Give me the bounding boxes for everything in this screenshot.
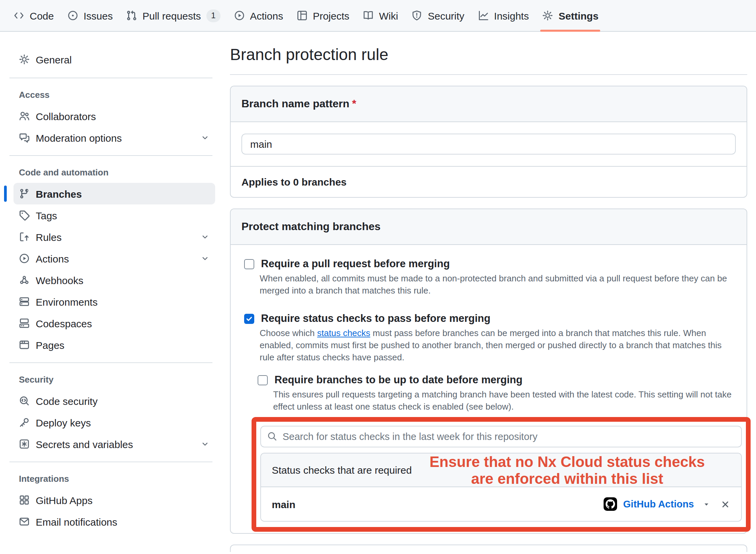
tab-actions[interactable]: Actions [227, 0, 290, 31]
status-check-row: main GitHub Actions [261, 487, 741, 521]
sidebar-item-secrets-variables[interactable]: Secrets and variables [13, 433, 215, 455]
apps-icon [19, 495, 30, 505]
sidebar-item-label: Actions [36, 253, 69, 264]
asterisk-box-icon [19, 439, 30, 449]
git-pull-request-icon [126, 10, 137, 21]
require-pull-request-checkbox[interactable] [244, 259, 254, 269]
git-branch-icon [19, 188, 30, 199]
branch-name-pattern-header: Branch name pattern* [231, 86, 747, 122]
sidebar-divider [9, 155, 212, 156]
repo-tab-bar: Code Issues Pull requests 1 Actions Proj… [0, 0, 756, 32]
check-icon [245, 315, 253, 323]
tab-wiki[interactable]: Wiki [356, 0, 405, 31]
github-mark-icon [606, 499, 615, 509]
tab-projects[interactable]: Projects [290, 0, 356, 31]
sidebar-item-pages[interactable]: Pages [13, 334, 215, 356]
require-up-to-date-checkbox[interactable] [258, 375, 268, 385]
remove-status-check-icon[interactable] [720, 499, 730, 509]
sidebar-item-code-security[interactable]: Code security [13, 390, 215, 412]
require-pull-request-label[interactable]: Require a pull request before merging [261, 257, 450, 271]
tab-pull-requests[interactable]: Pull requests 1 [119, 0, 227, 31]
people-icon [19, 111, 30, 121]
protect-matching-branches-header: Protect matching branches [231, 209, 747, 245]
shield-icon [412, 10, 423, 21]
tab-code[interactable]: Code [7, 0, 61, 31]
tab-label: Insights [494, 10, 529, 21]
required-status-checks-list: Status checks that are required Ensure t… [260, 453, 742, 522]
description-text: Choose which [260, 328, 317, 338]
sidebar-item-rules[interactable]: Rules [13, 226, 215, 248]
play-icon [234, 10, 244, 21]
tab-label: Issues [84, 10, 113, 21]
sidebar-item-general[interactable]: General [13, 48, 215, 71]
search-icon [267, 431, 277, 441]
status-checks-list-header: Status checks that are required Ensure t… [261, 453, 741, 487]
sidebar-item-webhooks[interactable]: Webhooks [13, 269, 215, 291]
sidebar-item-moderation-options[interactable]: Moderation options [13, 127, 215, 148]
tab-label: Actions [250, 10, 283, 21]
protect-card-body: Require a pull request before merging Wh… [231, 245, 747, 533]
require-pull-request-block: Require a pull request before merging Wh… [244, 257, 733, 297]
require-up-to-date-description: This ensures pull requests targeting a m… [273, 389, 733, 413]
sidebar-item-actions[interactable]: Actions [13, 248, 215, 269]
sidebar-section-code-automation: Code and automation [7, 163, 215, 183]
status-check-name: main [272, 498, 295, 510]
page-title: Branch protection rule [230, 45, 747, 64]
pull-requests-count-badge: 1 [206, 9, 220, 22]
branch-name-pattern-input[interactable] [241, 134, 736, 155]
tag-icon [19, 210, 30, 221]
caret-down-icon[interactable] [703, 500, 710, 508]
require-status-checks-checkbox[interactable] [244, 314, 254, 324]
branch-name-pattern-label: Branch name pattern [241, 98, 349, 109]
sidebar-item-label: Webhooks [36, 274, 83, 286]
sidebar-item-label: Code security [36, 395, 97, 407]
branch-name-input-section [231, 122, 747, 167]
tab-issues[interactable]: Issues [61, 0, 120, 31]
tab-label: Wiki [379, 10, 398, 21]
graph-icon [478, 10, 489, 21]
tab-label: Projects [313, 10, 349, 21]
require-status-checks-label[interactable]: Require status checks to pass before mer… [261, 312, 491, 325]
annotation-line-1: Ensure that no Nx Cloud status checks [403, 453, 732, 470]
github-actions-link[interactable]: GitHub Actions [623, 499, 694, 509]
sidebar-item-email-notifications[interactable]: Email notifications [13, 511, 215, 532]
sidebar-item-label: Moderation options [36, 132, 122, 143]
sidebar-item-label: Deploy keys [36, 417, 91, 428]
sidebar-item-github-apps[interactable]: GitHub Apps [13, 489, 215, 511]
gear-icon [19, 54, 30, 65]
sidebar-section-integrations: Integrations [7, 469, 215, 489]
chevron-down-icon [200, 133, 210, 142]
sidebar-item-codespaces[interactable]: Codespaces [13, 312, 215, 334]
annotation-text: Ensure that no Nx Cloud status checks ar… [403, 453, 732, 487]
code-scan-icon [19, 395, 30, 406]
tab-label: Pull requests [142, 10, 201, 21]
github-actions-avatar [604, 497, 617, 511]
sidebar-item-label: Secrets and variables [36, 438, 133, 450]
codespaces-icon [19, 318, 30, 329]
github-settings-page: Code Issues Pull requests 1 Actions Proj… [0, 0, 756, 554]
tab-security[interactable]: Security [405, 0, 471, 31]
chevron-down-icon [200, 439, 210, 449]
sidebar-item-label: Environments [36, 296, 97, 307]
sidebar-item-environments[interactable]: Environments [13, 291, 215, 312]
sidebar-item-deploy-keys[interactable]: Deploy keys [13, 412, 215, 433]
sidebar-section-security: Security [7, 370, 215, 390]
require-up-to-date-label[interactable]: Require branches to be up to date before… [274, 373, 523, 387]
book-icon [363, 10, 374, 21]
sidebar-item-collaborators[interactable]: Collaborators [13, 105, 215, 127]
sidebar-item-branches[interactable]: Branches [13, 183, 215, 204]
sidebar-item-label: GitHub Apps [36, 494, 92, 506]
status-checks-link[interactable]: status checks [317, 328, 371, 338]
play-icon [19, 253, 30, 264]
main-content: Branch protection rule Branch name patte… [230, 32, 747, 552]
status-checks-search-input[interactable] [260, 426, 742, 447]
tab-settings[interactable]: Settings [535, 0, 605, 31]
comment-discussion-icon [19, 132, 30, 143]
require-status-checks-description: Choose which status checks must pass bef… [260, 327, 733, 364]
sidebar-item-label: Pages [36, 339, 64, 351]
sidebar-item-tags[interactable]: Tags [13, 204, 215, 226]
sidebar-item-label: Rules [36, 231, 62, 243]
annotation-line-2: are enforced within this list [403, 470, 732, 487]
status-checks-list-header-label: Status checks that are required [272, 464, 412, 476]
tab-insights[interactable]: Insights [471, 0, 535, 31]
